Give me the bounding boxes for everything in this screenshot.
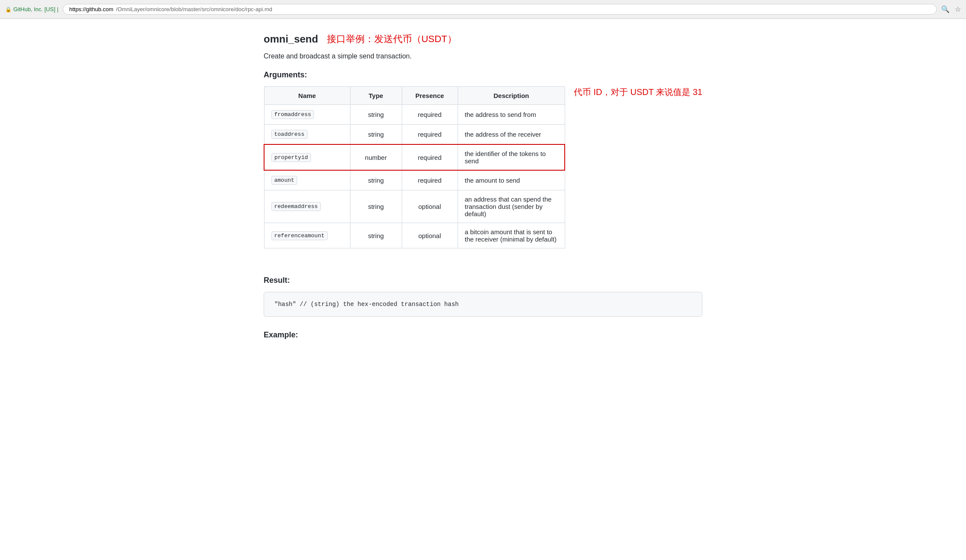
- result-code-text: "hash" // (string) the hex-encoded trans…: [274, 301, 458, 308]
- security-label: GitHub, Inc. [US]: [13, 6, 55, 12]
- arguments-heading: Arguments:: [264, 70, 702, 80]
- cell-name: amount: [264, 170, 350, 190]
- page-title-row: omni_send 接口举例：发送代币（USDT）: [264, 33, 702, 46]
- lock-icon: 🔒: [5, 6, 12, 12]
- cell-presence: required: [402, 125, 458, 145]
- table-row: toaddressstringrequiredthe address of th…: [264, 125, 565, 145]
- browser-actions: 🔍 ☆: [941, 5, 961, 13]
- cell-description: the address of the receiver: [458, 125, 565, 145]
- col-type: Type: [350, 87, 402, 105]
- cell-name: redeemaddress: [264, 190, 350, 223]
- table-row: referenceamountstringoptionala bitcoin a…: [264, 223, 565, 248]
- cell-type: string: [350, 170, 402, 190]
- table-row: amountstringrequiredthe amount to send: [264, 170, 565, 190]
- url-path: /OmniLayer/omnicore/blob/master/src/omni…: [116, 6, 272, 12]
- cell-presence: optional: [402, 223, 458, 248]
- url-domain: https://github.com: [69, 6, 114, 12]
- cell-description: the address to send from: [458, 105, 565, 125]
- example-heading: Example:: [264, 330, 702, 340]
- param-name: propertyid: [271, 153, 311, 162]
- cell-type: string: [350, 223, 402, 248]
- cell-description: the identifier of the tokens to send: [458, 144, 565, 170]
- cell-name: propertyid: [264, 144, 350, 170]
- table-row: propertyidnumberrequiredthe identifier o…: [264, 144, 565, 170]
- cell-type: number: [350, 144, 402, 170]
- main-content: omni_send 接口举例：发送代币（USDT） Create and bro…: [246, 19, 720, 353]
- cell-name: toaddress: [264, 125, 350, 145]
- cell-type: string: [350, 190, 402, 223]
- page-description: Create and broadcast a simple send trans…: [264, 52, 702, 60]
- cell-presence: required: [402, 170, 458, 190]
- cell-description: a bitcoin amount that is sent to the rec…: [458, 223, 565, 248]
- cell-presence: optional: [402, 190, 458, 223]
- cell-name: fromaddress: [264, 105, 350, 125]
- result-heading: Result:: [264, 276, 702, 285]
- page-subtitle: 接口举例：发送代币（USDT）: [327, 33, 457, 46]
- property-annotation: 代币 ID，对于 USDT 来说值是 31: [565, 86, 702, 98]
- table-row: redeemaddressstringoptionalan address th…: [264, 190, 565, 223]
- browser-chrome: 🔒 GitHub, Inc. [US] | https://github.com…: [0, 0, 966, 19]
- result-code: "hash" // (string) the hex-encoded trans…: [264, 292, 702, 317]
- table-annotation-wrapper: Name Type Presence Description fromaddre…: [264, 86, 702, 262]
- cell-presence: required: [402, 105, 458, 125]
- param-name: redeemaddress: [271, 202, 321, 211]
- param-name: toaddress: [271, 130, 308, 139]
- cell-name: referenceamount: [264, 223, 350, 248]
- url-separator: |: [57, 6, 58, 12]
- cell-presence: required: [402, 144, 458, 170]
- col-presence: Presence: [402, 87, 458, 105]
- param-name: fromaddress: [271, 110, 314, 119]
- arguments-table: Name Type Presence Description fromaddre…: [264, 86, 565, 248]
- col-description: Description: [458, 87, 565, 105]
- cell-type: string: [350, 125, 402, 145]
- search-icon[interactable]: 🔍: [941, 5, 950, 13]
- page-title: omni_send: [264, 33, 318, 45]
- security-badge: 🔒 GitHub, Inc. [US] |: [5, 6, 58, 12]
- cell-description: an address that can spend the transactio…: [458, 190, 565, 223]
- table-row: fromaddressstringrequiredthe address to …: [264, 105, 565, 125]
- url-bar[interactable]: https://github.com /OmniLayer/omnicore/b…: [63, 4, 937, 15]
- param-name: referenceamount: [271, 231, 328, 240]
- cell-type: string: [350, 105, 402, 125]
- param-name: amount: [271, 176, 298, 185]
- star-icon[interactable]: ☆: [955, 5, 961, 13]
- col-name: Name: [264, 87, 350, 105]
- table-header-row: Name Type Presence Description: [264, 87, 565, 105]
- cell-description: the amount to send: [458, 170, 565, 190]
